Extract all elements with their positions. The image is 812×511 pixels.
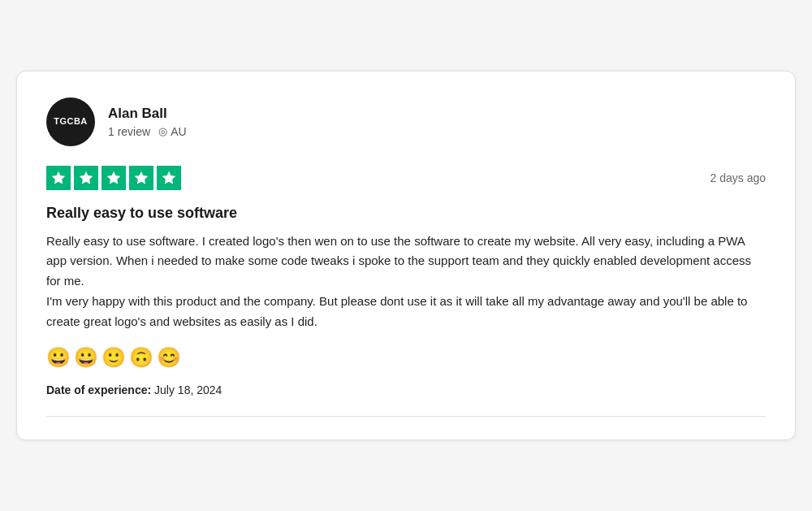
star-icon-4 bbox=[133, 170, 149, 186]
time-ago: 2 days ago bbox=[710, 171, 767, 184]
star-4 bbox=[129, 166, 153, 190]
star-icon-5 bbox=[161, 170, 177, 186]
reviewer-info: Alan Ball 1 review ◎ AU bbox=[108, 106, 187, 138]
review-emojis: 😀😀🙂🙃😊 bbox=[46, 346, 766, 369]
location-code: AU bbox=[171, 125, 186, 138]
reviewer-row: TGCBA Alan Ball 1 review ◎ AU bbox=[46, 97, 766, 146]
review-body: Really easy to use software. I created l… bbox=[46, 232, 766, 332]
reviewer-location: ◎ AU bbox=[158, 125, 186, 138]
avatar: TGCBA bbox=[46, 97, 95, 146]
avatar-initials: TGCBA bbox=[54, 116, 88, 127]
card-divider bbox=[46, 416, 766, 417]
review-card: TGCBA Alan Ball 1 review ◎ AU bbox=[16, 71, 796, 441]
location-icon: ◎ bbox=[158, 125, 167, 137]
reviewer-meta: 1 review ◎ AU bbox=[108, 125, 187, 138]
date-value: July 18, 2024 bbox=[154, 383, 222, 396]
date-of-experience: Date of experience: July 18, 2024 bbox=[46, 383, 766, 396]
star-icon-1 bbox=[50, 170, 67, 186]
star-icon-3 bbox=[106, 170, 122, 186]
review-count: 1 review bbox=[108, 125, 150, 138]
star-icon-2 bbox=[78, 170, 94, 186]
reviewer-name: Alan Ball bbox=[108, 106, 187, 122]
star-2 bbox=[74, 166, 98, 190]
star-rating bbox=[46, 166, 181, 190]
review-title: Really easy to use software bbox=[46, 205, 766, 222]
star-5 bbox=[157, 166, 181, 190]
star-3 bbox=[102, 166, 126, 190]
star-1 bbox=[46, 166, 71, 190]
rating-row: 2 days ago bbox=[46, 166, 766, 190]
date-label: Date of experience: bbox=[46, 383, 151, 396]
